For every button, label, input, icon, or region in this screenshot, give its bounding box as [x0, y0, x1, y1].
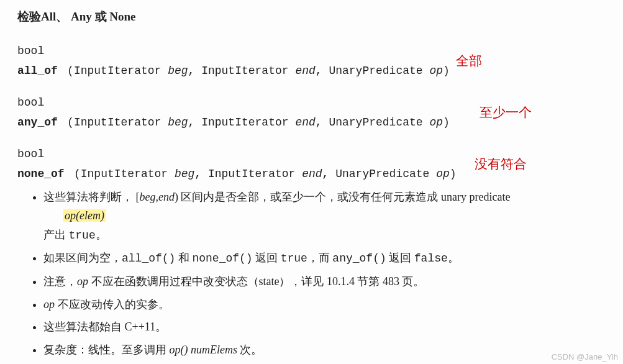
func-name: none_of [17, 168, 65, 180]
return-type: bool [17, 148, 44, 160]
notes-list: 这些算法将判断， [beg,end) 区间内是否全部，或至少一个，或没有任何元素… [17, 188, 606, 360]
op-var: op [43, 298, 55, 311]
text: 。 [448, 252, 459, 264]
text: 复杂度：线性。至多调用 [43, 344, 170, 356]
code: true [281, 252, 307, 265]
text: 。 [96, 229, 107, 241]
list-item: 这些算法将判断， [beg,end) 区间内是否全部，或至少一个，或没有任何元素… [43, 188, 606, 245]
code-true: true [69, 229, 96, 242]
op-call: op() numElems [170, 344, 237, 356]
text: 不应改动传入的实参。 [55, 298, 170, 311]
list-item: op 不应改动传入的实参。 [43, 295, 606, 314]
signature-all-of: bool all_of (InputIterator beg, InputIte… [17, 41, 606, 80]
return-type: bool [17, 45, 44, 57]
section-title: 检验All、 Any 或 None [17, 9, 606, 25]
code: none_of() [192, 252, 252, 265]
op-var: op [77, 275, 88, 288]
signature-any-of: bool any_of (InputIterator beg, InputIte… [17, 93, 606, 132]
predicate-expr: op(elem) [63, 206, 606, 225]
text: 注意， [43, 275, 77, 288]
text: 这些算法将判断， [ [43, 191, 140, 203]
text: 返回 [386, 252, 414, 264]
text: 次。 [237, 344, 263, 356]
text: ) 区间内是否全部，或至少一个，或没有任何元素造成 unary predicat… [175, 191, 510, 203]
code: false [414, 252, 448, 265]
annotation-any: 至少一个 [480, 101, 532, 124]
list-item: 复杂度：线性。至多调用 op() numElems 次。 [43, 340, 606, 360]
text: 如果区间为空， [43, 252, 122, 264]
annotation-none: 没有符合 [475, 153, 527, 175]
text: 不应在函数调用过程中改变状态（state），详见 10.1.4 节第 483 页… [88, 275, 425, 288]
list-item: 这些算法都始自 C++11。 [43, 317, 606, 337]
list-item: 如果区间为空，all_of() 和 none_of() 返回 true，而 an… [43, 248, 606, 268]
text: 产出 [43, 229, 69, 241]
text: ，而 [307, 252, 333, 264]
func-args: (InputIterator beg, InputIterator end, U… [60, 65, 450, 77]
range-text: beg,end [140, 191, 175, 203]
text: 返回 [253, 252, 281, 264]
signature-none-of: bool none_of (InputIterator beg, InputIt… [17, 144, 606, 183]
text: 和 [175, 252, 192, 264]
func-name: any_of [17, 116, 58, 129]
return-type: bool [17, 96, 44, 109]
func-name: all_of [17, 65, 58, 77]
code: any_of() [332, 252, 386, 265]
watermark: CSDN @Jane_Yih [552, 352, 618, 362]
highlight-op: op(elem) [63, 209, 106, 222]
document-page: 检验All、 Any 或 None bool all_of (InputIter… [0, 0, 623, 364]
annotation-all: 全部 [456, 50, 482, 72]
text: 产出 true。 [43, 225, 606, 245]
func-args: (InputIterator beg, InputIterator end, U… [67, 168, 457, 180]
code: all_of() [122, 252, 175, 265]
func-args: (InputIterator beg, InputIterator end, U… [60, 116, 450, 129]
list-item: 注意，op 不应在函数调用过程中改变状态（state），详见 10.1.4 节第… [43, 272, 606, 291]
